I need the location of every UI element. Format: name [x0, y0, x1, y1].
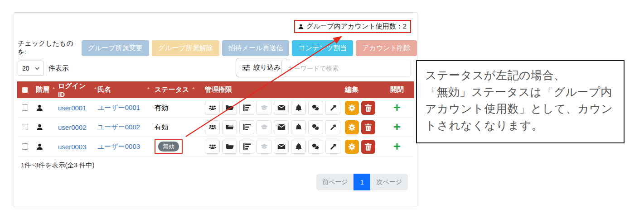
user-name-link[interactable]: ユーザー0001 — [97, 104, 140, 112]
per-page-value: 20 — [22, 65, 29, 72]
chevron-down-icon — [35, 67, 39, 70]
group-change-button[interactable]: グループ所属変更 — [82, 40, 149, 56]
person-icon — [298, 24, 304, 30]
delete-button[interactable] — [361, 101, 375, 115]
expand-button[interactable]: + — [393, 140, 401, 153]
table-row: user0002 ユーザー0002 有効 — [17, 118, 414, 137]
tier-person-icon — [33, 104, 58, 112]
table-header-row: 階層▲ ログインID▲ 氏名▲ ステータス▲ 管理権限 編集 開閉 — [17, 81, 414, 98]
prev-page-button[interactable]: 前ページ — [316, 174, 354, 190]
login-id-link[interactable]: user0002 — [58, 123, 87, 131]
search-input[interactable] — [281, 60, 411, 76]
settings-button[interactable] — [345, 101, 359, 115]
chat-icon[interactable] — [308, 140, 323, 154]
filter-button[interactable]: 絞り込み — [236, 58, 288, 77]
usage-count-label: グループ内アカウント使用数：2 — [306, 22, 407, 31]
sort-icon[interactable]: ▲ — [146, 85, 150, 90]
status-badge: 無効 — [158, 142, 179, 151]
row-checkbox[interactable] — [22, 104, 28, 111]
group-remove-button[interactable]: グループ所属解除 — [152, 40, 219, 56]
gear-icon — [348, 104, 356, 112]
settings-button[interactable] — [345, 120, 359, 134]
permission-icons — [205, 140, 340, 154]
tier-person-icon — [33, 143, 58, 151]
header-name[interactable]: 氏名▲ — [97, 85, 154, 94]
user-name-link[interactable]: ユーザー0002 — [97, 123, 140, 132]
envelope-icon[interactable] — [274, 140, 289, 154]
bulk-actions-row: チェックしたものを: グループ所属変更 グループ所属解除 招待メール再送信 コン… — [18, 39, 417, 57]
permission-icons — [205, 120, 340, 134]
levels-icon[interactable] — [239, 140, 254, 154]
bulk-actions-label: チェックしたものを: — [18, 39, 78, 57]
users-icon[interactable] — [205, 140, 220, 154]
folder-open-icon[interactable] — [222, 101, 237, 115]
graduation-cap-icon[interactable] — [257, 140, 271, 154]
trash-icon — [364, 104, 372, 112]
row-checkbox[interactable] — [22, 124, 28, 130]
hammer-icon[interactable] — [325, 140, 340, 154]
permission-icons — [205, 101, 340, 115]
status-text: 有効 — [155, 123, 168, 132]
explanation-note-text: ステータスが左記の場合、 「無効」ステータスは「グループ内 アカウント使用数」と… — [425, 67, 615, 134]
user-name-link[interactable]: ユーザー0003 — [97, 142, 140, 151]
envelope-icon[interactable] — [274, 120, 289, 134]
header-permissions: 管理権限 — [203, 85, 342, 94]
results-summary: 1件~3件を表示(全3 件中) — [21, 161, 95, 170]
header-login-id[interactable]: ログインID▲ — [58, 82, 97, 98]
inactive-status-annotation-box: 無効 — [155, 139, 183, 154]
pagination: 前ページ 1 次ページ — [316, 174, 408, 190]
page-number-current[interactable]: 1 — [353, 174, 370, 190]
expand-button[interactable]: + — [393, 101, 401, 114]
header-tier[interactable]: 階層▲ — [33, 85, 58, 94]
select-all-checkbox[interactable] — [22, 87, 28, 93]
header-status[interactable]: ステータス▲ — [154, 85, 203, 94]
per-page-group: 20 件表示 — [18, 61, 69, 76]
sort-icon[interactable]: ▲ — [93, 85, 97, 90]
settings-button[interactable] — [345, 140, 359, 154]
bell-icon[interactable] — [291, 120, 306, 134]
account-delete-button[interactable]: アカウント削除 — [356, 40, 417, 56]
table-row: user0003 ユーザー0003 無効 — [17, 137, 414, 156]
hammer-icon[interactable] — [325, 101, 340, 115]
next-page-button[interactable]: 次ページ — [370, 174, 408, 190]
bell-icon[interactable] — [291, 101, 306, 115]
graduation-cap-icon[interactable] — [257, 101, 271, 115]
header-edit: 編集 — [342, 85, 380, 94]
account-list-panel: グループ内アカウント使用数：2 チェックしたものを: グループ所属変更 グループ… — [14, 12, 417, 207]
sliders-icon — [242, 65, 250, 71]
accounts-table: 階層▲ ログインID▲ 氏名▲ ステータス▲ 管理権限 編集 開閉 user00… — [17, 81, 414, 156]
per-page-suffix-label: 件表示 — [48, 64, 69, 73]
content-assign-button[interactable]: コンテンツ割当 — [292, 40, 353, 56]
login-id-link[interactable]: user0001 — [58, 104, 87, 112]
folder-open-icon[interactable] — [222, 120, 237, 134]
expand-button[interactable]: + — [393, 121, 401, 133]
header-select-all[interactable] — [17, 87, 33, 93]
explanation-note-box: ステータスが左記の場合、 「無効」ステータスは「グループ内 アカウント使用数」と… — [416, 60, 625, 143]
hammer-icon[interactable] — [325, 120, 340, 134]
gear-icon — [348, 143, 356, 151]
users-icon[interactable] — [205, 101, 220, 115]
filter-button-label: 絞り込み — [253, 63, 281, 72]
tier-person-icon — [33, 123, 58, 131]
envelope-icon[interactable] — [274, 101, 289, 115]
folder-open-icon[interactable] — [222, 140, 237, 154]
gear-icon — [348, 123, 356, 131]
chat-icon[interactable] — [308, 101, 323, 115]
row-checkbox[interactable] — [22, 143, 28, 150]
graduation-cap-icon[interactable] — [257, 120, 271, 134]
trash-icon — [364, 123, 372, 131]
per-page-select[interactable]: 20 — [18, 61, 44, 76]
users-icon[interactable] — [205, 120, 220, 134]
sort-icon[interactable]: ▲ — [191, 85, 195, 90]
status-text: 有効 — [155, 104, 168, 112]
levels-icon[interactable] — [239, 120, 254, 134]
resend-invite-button[interactable]: 招待メール再送信 — [222, 40, 290, 56]
delete-button[interactable] — [361, 140, 375, 154]
sort-icon[interactable]: ▲ — [52, 85, 56, 90]
delete-button[interactable] — [361, 120, 375, 134]
bell-icon[interactable] — [291, 140, 306, 154]
chat-icon[interactable] — [308, 120, 323, 134]
login-id-link[interactable]: user0003 — [58, 143, 87, 151]
group-account-usage-box: グループ内アカウント使用数：2 — [294, 20, 411, 33]
levels-icon[interactable] — [239, 101, 254, 115]
